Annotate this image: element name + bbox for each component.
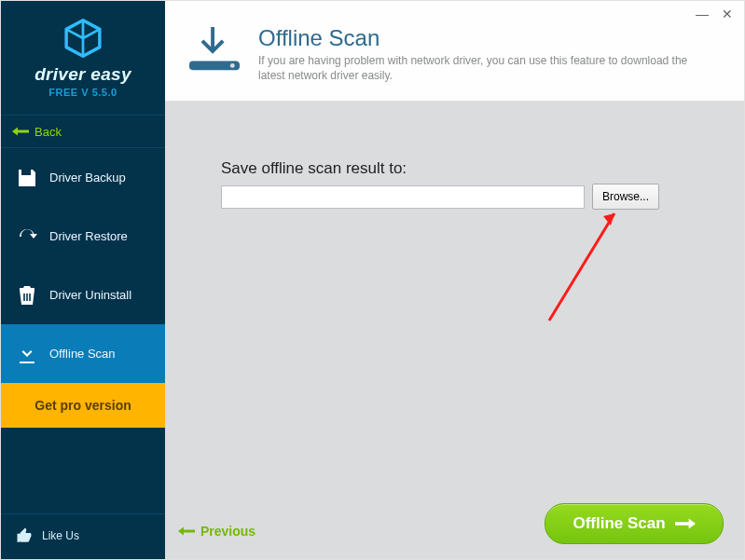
- offline-scan-button[interactable]: Offline Scan: [545, 503, 724, 544]
- sidebar-item-label: Driver Uninstall: [49, 288, 131, 302]
- svg-marker-3: [603, 213, 614, 225]
- get-pro-label: Get pro version: [34, 398, 131, 413]
- annotation-arrow-icon: [538, 199, 631, 330]
- sidebar: driver easy FREE V 5.5.0 Back Driver Bac…: [1, 1, 165, 559]
- nav-list: Driver Backup Driver Restore Driver Unin…: [1, 148, 165, 383]
- sidebar-item-uninstall[interactable]: Driver Uninstall: [1, 266, 165, 324]
- close-button[interactable]: ✕: [722, 7, 733, 21]
- main-header: Offline Scan If you are having problem w…: [165, 1, 744, 102]
- get-pro-button[interactable]: Get pro version: [1, 383, 165, 428]
- back-label: Back: [34, 125, 62, 139]
- save-path-input[interactable]: [221, 185, 585, 209]
- svg-line-2: [549, 213, 614, 321]
- window-controls: — ✕: [696, 7, 733, 21]
- sidebar-item-label: Offline Scan: [49, 347, 116, 361]
- arrow-right-icon: [675, 518, 696, 529]
- main-body: Save offline scan result to: Browse... P…: [165, 102, 744, 559]
- sidebar-item-label: Driver Backup: [49, 171, 126, 184]
- browse-button[interactable]: Browse...: [592, 184, 659, 210]
- brand-logo-icon: [62, 18, 103, 59]
- arrow-left-icon: [178, 526, 195, 536]
- trash-icon: [16, 284, 38, 307]
- brand-subtitle: FREE V 5.5.0: [48, 87, 117, 98]
- sidebar-item-restore[interactable]: Driver Restore: [1, 207, 165, 266]
- brand-name: driver easy: [34, 64, 131, 85]
- main-content: Offline Scan If you are having problem w…: [165, 1, 744, 559]
- minimize-button[interactable]: —: [696, 7, 709, 21]
- offline-scan-label: Offline Scan: [573, 514, 665, 533]
- floppy-icon: [16, 167, 38, 189]
- brand-block: driver easy FREE V 5.5.0: [1, 1, 165, 115]
- save-path-label: Save offline scan result to:: [221, 159, 407, 178]
- sidebar-item-backup[interactable]: Driver Backup: [1, 148, 165, 207]
- back-button[interactable]: Back: [1, 115, 165, 148]
- sidebar-spacer: [1, 428, 165, 513]
- previous-button[interactable]: Previous: [178, 524, 255, 539]
- previous-label: Previous: [200, 524, 255, 539]
- download-tray-icon: [186, 25, 243, 75]
- page-subtitle: If you are having problem with network d…: [258, 53, 697, 83]
- app-window: — ✕ driver easy FREE V 5.5.0 Back Driver…: [0, 0, 745, 560]
- like-us-label: Like Us: [42, 529, 79, 542]
- like-us-button[interactable]: Like Us: [1, 513, 165, 559]
- page-title: Offline Scan: [258, 25, 697, 51]
- refresh-icon: [16, 225, 38, 248]
- sidebar-item-offline-scan[interactable]: Offline Scan: [1, 324, 165, 383]
- thumbs-up-icon: [16, 527, 33, 544]
- arrow-left-icon: [12, 127, 29, 136]
- sidebar-item-label: Driver Restore: [49, 229, 128, 243]
- download-icon: [16, 343, 38, 365]
- svg-point-1: [230, 63, 235, 68]
